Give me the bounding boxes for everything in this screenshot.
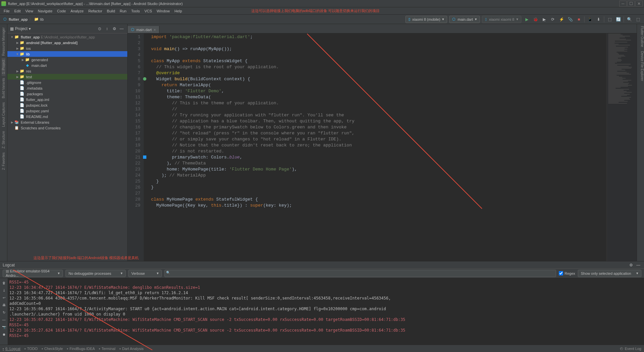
tree-node[interactable]: ▶📁android [flutter_app_android] <box>7 40 127 45</box>
hot-reload-button[interactable]: ⚡ <box>558 16 565 23</box>
menu-navigate[interactable]: Navigate <box>35 8 54 14</box>
project-tree[interactable]: ▼📁flutter_app E:\Android_workplace\flutt… <box>7 33 127 261</box>
tree-node[interactable]: 📄.packages <box>7 91 127 97</box>
menu-analyze[interactable]: Analyze <box>68 8 86 14</box>
rail-build-variants[interactable]: Build Variants <box>2 76 5 100</box>
status-dart-analysis[interactable]: ▪Dart Analysis <box>119 347 143 351</box>
log-line: addCmdCount=0 <box>9 301 643 306</box>
menu-tools[interactable]: Tools <box>129 8 142 14</box>
sidebar-title[interactable]: Project <box>15 26 27 31</box>
menu-refactor[interactable]: Refactor <box>86 8 105 14</box>
logcat-filter-selector[interactable]: Show only selected application ▾ <box>578 270 641 277</box>
search-button[interactable]: 🔍 <box>626 16 633 23</box>
logcat-search-input[interactable] <box>164 270 556 277</box>
tree-node[interactable]: ◆main.dart <box>7 63 127 68</box>
logcat-output[interactable]: RSSI=-4512-23 16:34:47.727 1614-1674/? E… <box>8 278 644 345</box>
tree-node[interactable]: 📄pubspec.lock <box>7 102 127 108</box>
debug-button[interactable]: 🐞 <box>532 16 539 23</box>
sdk-button[interactable]: ⬇ <box>595 16 602 23</box>
tree-node[interactable]: ▶📁res <box>7 68 127 74</box>
close-button[interactable]: ✕ <box>635 1 643 7</box>
rail-device-file-explorer[interactable]: Device File Explorer <box>637 49 644 83</box>
status-findbugs-idea[interactable]: ▪FindBugs-IDEA <box>67 347 95 351</box>
tree-node[interactable]: ▶📁generated <box>7 57 127 63</box>
menu-vcs[interactable]: VCS <box>142 8 154 14</box>
rail-z-structure[interactable]: Z: Structure <box>2 129 5 150</box>
regex-checkbox[interactable]: Regex <box>559 271 575 275</box>
sep-icon: — <box>1 317 7 322</box>
hide-icon[interactable]: — <box>119 26 125 32</box>
editor-minimap[interactable] <box>607 33 637 261</box>
log-line: 12-23 16:34:47.727 1614-1674/? I/LdWifi:… <box>9 290 643 296</box>
record-icon[interactable]: ⏺ <box>1 332 7 337</box>
status-terminal[interactable]: ▪Terminal <box>99 347 115 351</box>
rail-2-favorites[interactable]: 2: Favorites <box>2 150 5 172</box>
settings-button[interactable]: ⬚ <box>635 16 641 23</box>
menu-help[interactable]: Help <box>172 8 184 14</box>
minimize-button[interactable]: ─ <box>619 1 627 7</box>
tree-node[interactable]: 📋Scratches and Consoles <box>7 125 127 131</box>
screenshot-icon[interactable]: 📷 <box>1 324 7 330</box>
menu-window[interactable]: Window <box>154 8 172 14</box>
tree-node[interactable]: ▶📁test <box>7 74 127 80</box>
locate-icon[interactable]: ⊙ <box>97 26 103 32</box>
rail-layout-captures[interactable]: Layout Captures <box>2 100 5 129</box>
profile-button[interactable]: ⟳ <box>549 16 556 23</box>
logcat-side-toolbar: 🗑 ⤓ ↩ 🖶 ↻ — 📷 ⏺ <box>0 278 8 345</box>
stop-button[interactable]: ■ <box>575 16 582 23</box>
logcat-process-selector[interactable]: No debuggable processes ▾ <box>66 270 126 277</box>
device-selector[interactable]: ▯ xiaomi 8 (mobile) ▾ <box>405 16 447 23</box>
chevron-down-icon[interactable]: ▾ <box>29 26 31 31</box>
rail-1-project[interactable]: 1: Project <box>2 58 5 76</box>
rail-resource-manager[interactable]: Resource Manager <box>2 25 5 58</box>
tree-node[interactable]: 📄pubspec.yaml <box>7 108 127 114</box>
editor-code[interactable]: import 'package:flutter/material.dart'; … <box>144 33 607 261</box>
close-tab-icon[interactable]: × <box>154 28 156 32</box>
event-log-button[interactable]: ◴ Event Log <box>620 346 641 351</box>
tree-node[interactable]: ▶📁ios <box>7 45 127 51</box>
tree-node[interactable]: 📄flutter_app.iml <box>7 97 127 102</box>
settings-icon[interactable]: ⚙ <box>111 26 117 32</box>
menu-view[interactable]: View <box>23 8 36 14</box>
avd-button[interactable]: 📱 <box>587 16 593 23</box>
run-config-selector[interactable]: ⬡ main.dart ▾ <box>449 16 480 23</box>
status-checkstyle[interactable]: ▪CheckStyle <box>42 347 63 351</box>
tree-node[interactable]: 📄.gitignore <box>7 80 127 85</box>
wrap-icon[interactable]: ↩ <box>1 295 7 300</box>
attach-button[interactable]: 📎 <box>567 16 573 23</box>
scroll-end-icon[interactable]: ⤓ <box>1 287 7 293</box>
status-6-logcat[interactable]: ▪6: Logcat <box>3 347 20 351</box>
sync-button[interactable]: 🔄 <box>615 16 622 23</box>
clear-icon[interactable]: 🗑 <box>1 280 7 285</box>
logcat-device-selector[interactable]: ▦ Emulator emulator-5554 Andro... ▾ <box>3 270 63 277</box>
menu-build[interactable]: Build <box>105 8 117 14</box>
menu-file[interactable]: File <box>1 8 12 14</box>
log-line: RSSI=-45 <box>9 322 643 328</box>
tree-node[interactable]: ▶📚External Libraries <box>7 119 127 125</box>
maximize-button[interactable]: ☐ <box>627 1 635 7</box>
device-selector-2[interactable]: ▯ xiaomi xiaomi 8 ▾ <box>482 16 521 23</box>
menu-edit[interactable]: Edit <box>12 8 23 14</box>
tree-node[interactable]: 📄README.md <box>7 114 127 119</box>
hide-icon[interactable]: — <box>635 262 641 268</box>
tree-node[interactable]: ▼📁flutter_app E:\Android_workplace\flutt… <box>7 34 127 40</box>
tree-node[interactable]: ▼📁lib <box>7 51 127 57</box>
logcat-title[interactable]: Logcat <box>3 263 15 267</box>
coverage-button[interactable]: ▶̤ <box>541 16 547 23</box>
project-structure-button[interactable]: ⬚ <box>606 16 613 23</box>
tree-node[interactable]: 📄.metadata <box>7 85 127 91</box>
collapse-icon[interactable]: ↕ <box>104 26 110 32</box>
breadcrumb-folder[interactable]: lib <box>40 17 44 21</box>
settings-icon[interactable]: ⚙ <box>628 262 634 268</box>
print-icon[interactable]: 🖶 <box>1 302 7 308</box>
menu-code[interactable]: Code <box>55 8 68 14</box>
restart-icon[interactable]: ↻ <box>1 310 7 315</box>
breadcrumb-project[interactable]: flutter_app <box>9 17 28 21</box>
editor-tab-main[interactable]: ⬡ main.dart × <box>128 26 159 33</box>
rail-flutter-outline[interactable]: Flutter Outline <box>637 24 644 49</box>
menu-run[interactable]: Run <box>117 8 129 14</box>
editor-gutter[interactable]: 1234567891011121314151617181920212223242… <box>128 33 144 261</box>
status-todo[interactable]: ▪TODO <box>24 347 37 351</box>
run-button[interactable]: ▶ <box>523 16 530 23</box>
logcat-level-selector[interactable]: Verbose ▾ <box>128 270 162 277</box>
